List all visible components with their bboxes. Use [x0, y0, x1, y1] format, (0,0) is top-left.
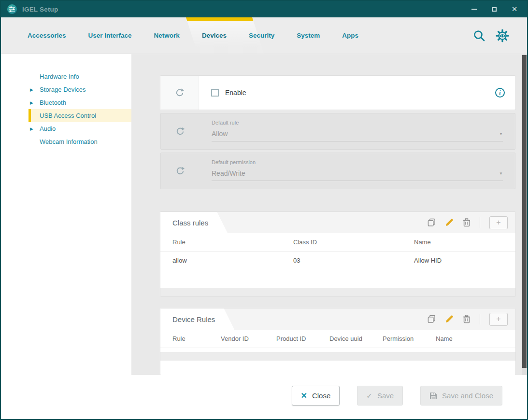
- expand-arrow-icon[interactable]: ▶: [30, 100, 33, 105]
- save-and-close-button[interactable]: Save and Close: [420, 386, 502, 406]
- class-rule-row[interactable]: allow 03 Allow HID: [160, 252, 515, 269]
- delete-trash-icon[interactable]: [463, 315, 471, 323]
- dropdown-value: Read/Write: [212, 169, 245, 177]
- cell-class-id: 03: [293, 257, 414, 264]
- section-title: Class rules: [160, 212, 228, 233]
- sync-icon: [175, 126, 185, 136]
- save-button[interactable]: ✓ Save: [357, 386, 403, 406]
- maximize-button[interactable]: [490, 5, 498, 13]
- divider: [480, 217, 480, 228]
- tab-apps[interactable]: Apps: [331, 17, 370, 54]
- class-rules-table-header: Rule Class ID Name: [160, 233, 515, 252]
- tab-devices[interactable]: Devices: [191, 17, 238, 54]
- sidebar-item-webcam-information[interactable]: Webcam Information: [1, 135, 131, 148]
- copy-icon[interactable]: [428, 315, 436, 323]
- default-permission-dropdown[interactable]: Read/Write ▼: [212, 169, 503, 181]
- default-rule-field: Default rule Allow ▼: [212, 120, 503, 149]
- close-button-label: Close: [312, 392, 330, 400]
- sidebar: Hardware Info ▶ Storage Devices ▶ Blueto…: [1, 54, 131, 419]
- table-empty-space: [160, 361, 515, 375]
- chevron-down-icon: ▼: [499, 171, 503, 176]
- enable-card: Enable i: [160, 76, 515, 110]
- section-title: Device Rules: [160, 308, 234, 330]
- cell-rule: allow: [172, 257, 293, 264]
- sidebar-item-audio[interactable]: ▶ Audio: [1, 122, 131, 135]
- window-controls: ✕: [470, 5, 521, 13]
- tab-label: Accessories: [28, 32, 66, 39]
- chevron-down-icon: ▼: [499, 132, 503, 136]
- usb-access-control-panel: Enable i Default rule Allow ▼: [131, 54, 524, 375]
- close-window-button[interactable]: ✕: [511, 5, 518, 13]
- expand-arrow-icon[interactable]: ▶: [30, 87, 33, 92]
- sidebar-item-storage-devices[interactable]: ▶ Storage Devices: [1, 83, 131, 96]
- window-title: IGEL Setup: [22, 6, 58, 13]
- tab-system[interactable]: System: [285, 17, 331, 54]
- tab-user-interface[interactable]: User Interface: [77, 17, 143, 54]
- add-class-rule-button[interactable]: +: [489, 216, 508, 229]
- column-header: Rule: [172, 335, 221, 342]
- sidebar-item-label: Webcam Information: [40, 138, 98, 145]
- default-rule-dropdown[interactable]: Allow ▼: [212, 130, 503, 141]
- scrollbar-thumb[interactable]: [522, 55, 527, 368]
- divider: [480, 314, 480, 324]
- tab-label: Network: [154, 32, 180, 39]
- parameter-icon-zone: [161, 113, 200, 149]
- parameter-icon-zone: [160, 76, 199, 110]
- sidebar-item-usb-access-control[interactable]: USB Access Control: [1, 109, 131, 122]
- tab-security[interactable]: Security: [238, 17, 285, 54]
- tab-accessories[interactable]: Accessories: [16, 17, 77, 54]
- save-and-close-button-label: Save and Close: [442, 392, 493, 400]
- enable-label: Enable: [225, 89, 246, 97]
- tab-label: Devices: [202, 32, 227, 39]
- close-button[interactable]: ✕ Close: [292, 386, 340, 406]
- device-rules-actions: +: [428, 313, 515, 326]
- column-header: Permission: [383, 335, 436, 342]
- sidebar-item-label: USB Access Control: [40, 112, 96, 119]
- edit-pencil-icon[interactable]: [445, 315, 454, 323]
- igel-logo-icon: [7, 4, 17, 14]
- igel-setup-window: IGEL Setup ✕ Accessories User Interface …: [0, 0, 528, 420]
- horizontal-scrollbar-track[interactable]: [160, 288, 515, 296]
- delete-trash-icon[interactable]: [463, 218, 471, 227]
- spacer: [160, 348, 515, 352]
- column-header: Product ID: [276, 335, 329, 342]
- table-empty-space: [160, 269, 515, 288]
- copy-icon[interactable]: [428, 218, 436, 227]
- column-header: Class ID: [293, 238, 414, 246]
- sidebar-item-hardware-info[interactable]: Hardware Info: [1, 70, 131, 83]
- info-icon[interactable]: i: [495, 88, 505, 98]
- column-header: Name: [436, 335, 515, 342]
- column-header: Rule: [172, 238, 293, 246]
- settings-visibility-icon[interactable]: [495, 29, 510, 42]
- tab-label: Apps: [342, 32, 358, 39]
- titlebar: IGEL Setup ✕: [1, 1, 527, 17]
- tab-label: User Interface: [88, 32, 132, 39]
- cell-name: Allow HID: [414, 257, 515, 264]
- field-label: Default permission: [212, 159, 503, 165]
- default-permission-row: Default permission Read/Write ▼: [160, 153, 515, 189]
- edit-pencil-icon[interactable]: [445, 218, 454, 227]
- field-label: Default rule: [212, 120, 503, 126]
- sidebar-item-label: Storage Devices: [40, 86, 86, 93]
- expand-arrow-icon[interactable]: ▶: [30, 126, 33, 131]
- save-button-label: Save: [377, 392, 394, 400]
- device-rules-header: Device Rules: [160, 308, 515, 330]
- sidebar-item-label: Audio: [40, 125, 56, 132]
- minimize-button[interactable]: [470, 5, 478, 13]
- class-rules-header: Class rules: [160, 212, 515, 233]
- enable-checkbox[interactable]: [211, 89, 219, 97]
- default-rule-row: Default rule Allow ▼: [160, 113, 515, 150]
- column-header: Device uuid: [329, 335, 383, 342]
- sidebar-item-bluetooth[interactable]: ▶ Bluetooth: [1, 96, 131, 109]
- search-icon[interactable]: [473, 29, 485, 42]
- tabbar-icons: [473, 17, 510, 54]
- add-device-rule-button[interactable]: +: [489, 313, 508, 326]
- sidebar-item-label: Bluetooth: [40, 99, 66, 106]
- vertical-scrollbar[interactable]: [522, 54, 527, 375]
- minimize-icon: [471, 9, 477, 10]
- horizontal-scrollbar-track[interactable]: [160, 352, 515, 361]
- tab-network[interactable]: Network: [143, 17, 191, 54]
- check-icon: ✓: [366, 392, 372, 400]
- tab-label: Security: [249, 32, 274, 39]
- column-header: Vendor ID: [221, 335, 276, 342]
